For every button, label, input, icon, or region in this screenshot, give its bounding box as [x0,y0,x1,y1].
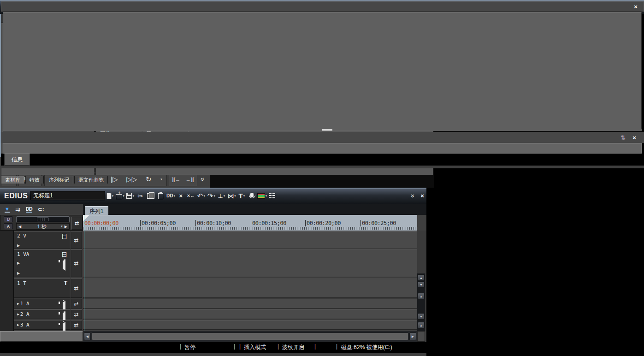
tab-info[interactable]: 信息 [4,154,30,166]
transition-mode-button[interactable]: DD [26,206,32,213]
fast-forward-button[interactable]: ▷▷ [126,175,137,184]
expand-icon[interactable]: ▶ [17,312,19,316]
dropdown-icon[interactable]: ▾ [213,194,215,198]
sequence-tab[interactable]: 序列1 [85,206,108,215]
playhead-line[interactable] [84,215,84,331]
track-header-1t[interactable]: 1 T T [14,279,71,298]
razor-button[interactable]: ⊥▾ [216,190,226,202]
expand-icon[interactable]: ▶ [17,271,20,275]
scroll-up-button[interactable]: ▲ [418,322,425,328]
scroll-up-button[interactable]: ▲ [418,274,425,281]
tab-sequence-markers[interactable]: 序列标记 [45,176,73,184]
track-sync-button-1va[interactable]: ⇄ [71,249,82,277]
set-out-point-button[interactable]: →][ [186,177,194,182]
track-sync-button-1a[interactable]: ⇄ [71,299,82,309]
palette-close-button[interactable]: × [632,3,640,10]
track-lane-1va[interactable] [83,249,417,277]
track-lane-1a[interactable] [83,299,417,309]
palette-content [3,12,642,129]
insert-overwrite-mode-button[interactable]: ▼ [5,206,10,213]
undo-button[interactable]: ↶▾ [196,190,206,202]
expand-icon[interactable]: ▶ [17,323,19,327]
dropdown-icon[interactable]: ▾ [203,194,205,198]
palette-clear-button[interactable]: × [630,134,638,141]
zoom-decrease-icon[interactable]: ◀ [17,225,23,229]
voiceover-button[interactable] [247,190,257,202]
tab-effects[interactable]: 特效 [25,176,44,184]
expand-icon[interactable]: ▶ [17,261,20,265]
loop-dropdown-icon[interactable]: ▾ [160,178,162,181]
ripple-delete-button[interactable]: ×← [186,190,196,202]
dropdown-icon[interactable]: ▾ [173,194,175,198]
ripple-mode-button[interactable]: ⇉ [15,206,20,213]
ruler-label-0: 00:00:00;00 [84,220,118,226]
scroll-down-button[interactable]: ▼ [418,313,425,320]
timeline-shuttle-thumb[interactable] [37,217,49,221]
dropdown-icon[interactable]: ▾ [234,194,236,198]
status-insert-mode[interactable]: 插入模式 [244,344,266,351]
u-button[interactable]: U [4,216,13,222]
copy-button[interactable] [145,190,155,202]
scroll-left-button[interactable]: ◀ [84,332,91,340]
expand-icon[interactable]: ▶ [17,243,20,248]
paste-button[interactable] [155,190,165,202]
save-project-button[interactable]: ▾ [125,190,135,202]
track-sync-button-3a[interactable]: ⇄ [71,320,82,330]
scroll-right-button[interactable]: ▶ [409,332,416,340]
more-controls-right-button[interactable]: » [197,175,208,184]
track-sync-button-2a[interactable]: ⇄ [71,309,82,319]
track-header-2v[interactable]: 2 V 日 ▶ [14,231,71,249]
horizontal-scrollbar[interactable]: ◀ ▶ [83,331,417,342]
sequence-name-input[interactable] [30,191,105,200]
horizontal-scrollbar-thumb[interactable] [92,332,408,340]
track-header-2a[interactable]: ▶2 A [14,309,71,319]
zoom-increase-icon[interactable]: ▶ [63,225,69,229]
track-lane-3a[interactable] [83,320,417,330]
export-button[interactable]: ▾ [257,190,267,202]
dropdown-icon[interactable]: ▾ [112,194,114,198]
speaker-icon[interactable] [61,261,65,269]
palette-divider[interactable] [3,129,642,131]
track-header-1a[interactable]: ▶1 A [14,299,71,309]
loop-button[interactable]: ↻ [146,175,152,184]
expand-icon[interactable]: ▶ [17,302,19,306]
replace-button[interactable]: DD▾ [165,190,176,202]
snap-mode-button[interactable]: ⊂: [38,206,44,213]
dropdown-icon[interactable]: ▾ [243,194,245,198]
redo-button[interactable]: ↷▾ [206,190,216,202]
track-header-1va[interactable]: 1 VA 日 ▶ ▶ [14,249,71,277]
delete-inout-button[interactable]: × [176,190,186,202]
status-ripple-mode[interactable]: 波纹开启 [282,344,304,351]
new-sequence-button[interactable]: ▾ [105,190,115,202]
title-button[interactable]: T▾ [236,190,247,202]
timeline-zoom-selector[interactable]: ◀ 1 秒 ▾ ▶ [16,223,70,230]
mixer-button[interactable] [267,190,277,202]
track-lane-2a[interactable] [83,309,417,319]
palette-sort-button[interactable]: ⇅ [620,134,626,141]
next-frame-button[interactable]: |▷ [111,175,118,184]
track-header-3a[interactable]: ▶3 A [14,320,71,330]
a-button[interactable]: A [4,223,13,229]
cut-button[interactable]: ✂ [135,190,145,202]
scroll-down-button[interactable]: ▼ [418,281,425,288]
track-sync-button-1t[interactable]: ⇄ [71,279,82,298]
open-project-button[interactable]: ▾ [115,190,125,202]
set-in-point-button[interactable]: ][← [172,177,180,182]
more-tools-button[interactable]: » [408,191,419,201]
dropdown-icon[interactable]: ▾ [133,194,135,198]
tab-source-browser[interactable]: 源文件浏览 [74,176,108,184]
dropdown-icon[interactable]: ▾ [123,194,124,198]
divider-handle-icon[interactable] [322,129,332,131]
track-sync-button-2v[interactable]: ⇄ [71,231,82,249]
track-lane-1t[interactable] [83,279,417,298]
ruler-label-25s: 00:00:25;00 [360,220,396,226]
transition-button[interactable]: ⋈▾ [226,190,236,202]
timeline-shuttle-slider[interactable] [16,216,70,222]
timeline-ruler[interactable]: 00:00:00;00 00:00:05;00 00:00:10;00 00:0… [83,215,417,231]
scroll-up-button[interactable]: ▲ [418,293,425,299]
ruler-sync-button[interactable]: ⇄ [71,217,83,230]
tab-asset-library[interactable]: 素材库 [1,176,24,184]
track-lane-2v[interactable] [83,231,417,249]
dropdown-icon[interactable]: ▾ [224,194,225,198]
timeline-close-button[interactable]: × [418,192,426,199]
